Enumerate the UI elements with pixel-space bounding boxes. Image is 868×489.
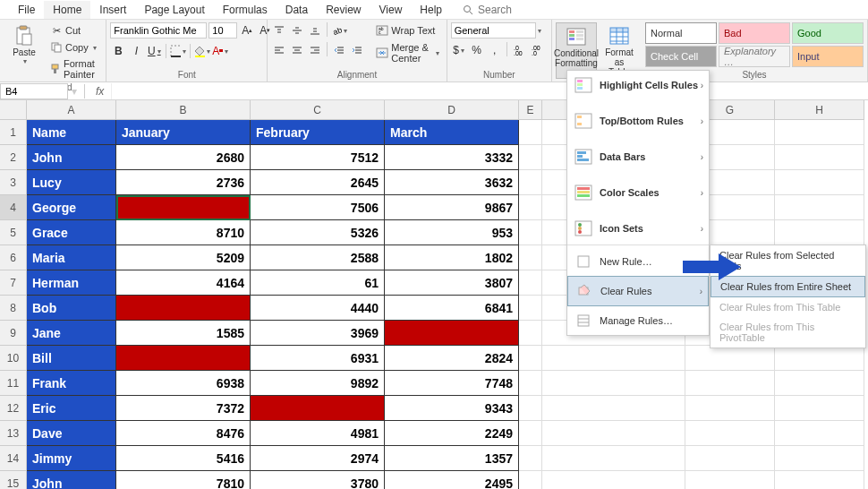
data-cell[interactable]: 2249 [385,421,519,446]
wrap-text-button[interactable]: abcWrap Text [372,22,442,39]
row-header-7[interactable]: 7 [0,270,27,296]
name-cell[interactable]: Bob [27,296,116,321]
empty-cell[interactable] [775,471,864,489]
table-header[interactable]: January [116,120,251,145]
data-cell[interactable]: 4440 [251,296,385,321]
table-header[interactable]: Name [27,120,116,145]
align-right-button[interactable] [307,42,323,58]
row-header-10[interactable]: 10 [0,346,27,371]
data-cell[interactable]: 6931 [251,346,385,371]
empty-cell[interactable] [685,346,775,371]
empty-cell[interactable] [685,446,775,471]
data-cell[interactable]: 6841 [385,296,519,321]
row-header-11[interactable]: 11 [0,371,27,396]
data-cell[interactable] [116,296,251,321]
font-color-button[interactable]: A▾ [212,43,228,59]
merge-center-button[interactable]: Merge & Center▾ [372,40,442,65]
col-header-A[interactable]: A [27,100,116,120]
data-cell[interactable]: 7372 [116,396,251,421]
data-cell[interactable]: 3632 [385,170,519,195]
style-bad[interactable]: Bad [719,22,790,44]
row-header-2[interactable]: 2 [0,145,27,170]
italic-button[interactable]: I [128,43,144,59]
row-header-4[interactable]: 4 [0,195,27,220]
name-cell[interactable]: Jimmy [27,446,116,471]
data-cell[interactable]: 2495 [385,471,519,489]
empty-cell[interactable] [542,371,685,396]
tab-file[interactable]: File [9,1,44,19]
name-cell[interactable]: Dave [27,421,116,446]
empty-cell[interactable] [775,396,864,421]
empty-cell[interactable] [519,471,542,489]
align-middle-button[interactable] [289,22,305,39]
data-cell[interactable]: 3807 [385,270,519,296]
empty-cell[interactable] [775,170,864,195]
name-cell[interactable]: Maria [27,245,116,270]
cf-icon-sets[interactable]: Icon Sets › [567,214,709,243]
select-all-corner[interactable] [0,100,27,120]
font-size-input[interactable] [208,22,237,39]
table-header[interactable]: March [385,120,519,145]
empty-cell[interactable] [685,396,775,421]
name-cell[interactable]: John [27,145,116,170]
row-header-14[interactable]: 14 [0,446,27,471]
cf-top-bottom[interactable]: Top/Bottom Rules › [567,107,709,135]
data-cell[interactable]: 2588 [251,245,385,270]
style-check[interactable]: Check Cell [645,46,717,67]
decrease-decimal-button[interactable]: .00.0 [529,42,545,58]
tab-review[interactable]: Review [317,1,370,19]
data-cell[interactable]: 6938 [116,371,251,396]
data-cell[interactable] [116,195,251,220]
data-cell[interactable]: 953 [385,220,519,245]
empty-cell[interactable] [542,446,685,471]
font-name-input[interactable] [110,22,207,39]
search-box[interactable]: Search [451,4,512,16]
col-header-B[interactable]: B [116,100,251,120]
cf-clear-rules[interactable]: Clear Rules › [567,276,709,306]
data-cell[interactable]: 2974 [251,446,385,471]
align-top-button[interactable] [271,22,287,39]
col-header-C[interactable]: C [251,100,385,120]
name-cell[interactable]: George [27,195,116,220]
data-cell[interactable]: 5416 [116,446,251,471]
align-center-button[interactable] [289,42,305,58]
data-cell[interactable]: 1802 [385,245,519,270]
underline-button[interactable]: U▾ [146,43,162,59]
row-header-3[interactable]: 3 [0,170,27,195]
empty-cell[interactable] [519,421,542,446]
data-cell[interactable]: 1357 [385,446,519,471]
data-cell[interactable]: 1585 [116,321,251,346]
empty-cell[interactable] [519,145,542,170]
copy-button[interactable]: Copy▾ [47,39,102,56]
row-header-13[interactable]: 13 [0,421,27,446]
tab-data[interactable]: Data [277,1,317,19]
row-header-15[interactable]: 15 [0,471,27,489]
empty-cell[interactable] [542,396,685,421]
data-cell[interactable]: 8710 [116,220,251,245]
empty-cell[interactable] [775,220,864,245]
data-cell[interactable]: 9343 [385,396,519,421]
data-cell[interactable]: 3780 [251,471,385,489]
empty-cell[interactable] [685,371,775,396]
empty-cell[interactable] [519,195,542,220]
cf-data-bars[interactable]: Data Bars › [567,142,709,171]
increase-font-button[interactable]: A▴ [239,22,255,39]
col-header-D[interactable]: D [385,100,519,120]
data-cell[interactable]: 9867 [385,195,519,220]
empty-cell[interactable] [519,270,542,296]
col-header-H[interactable]: H [775,100,864,120]
style-normal[interactable]: Normal [645,22,717,44]
style-good[interactable]: Good [792,22,864,44]
name-cell[interactable]: Eric [27,396,116,421]
data-cell[interactable]: 5209 [116,245,251,270]
format-painter-button[interactable]: Format Painter [47,56,102,82]
accounting-format-button[interactable]: $▾ [451,42,467,58]
style-input[interactable]: Input [792,46,864,67]
data-cell[interactable]: 9892 [251,371,385,396]
paste-button[interactable]: Paste ▾ [4,22,45,67]
cf-highlight-cells[interactable]: Highlight Cells Rules › [567,71,709,99]
empty-cell[interactable] [519,220,542,245]
data-cell[interactable]: 2824 [385,346,519,371]
table-header[interactable]: February [251,120,385,145]
empty-cell[interactable] [775,421,864,446]
